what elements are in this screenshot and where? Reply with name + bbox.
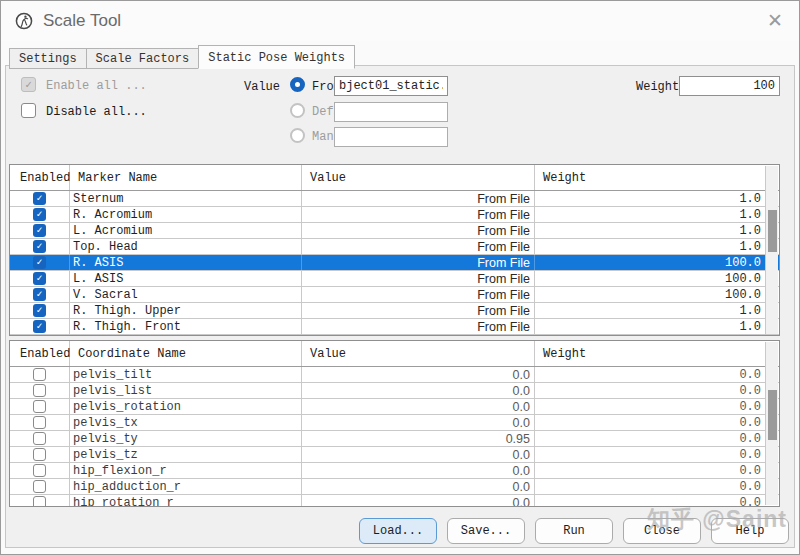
- row-enabled-checkbox[interactable]: [33, 480, 46, 493]
- name-cell: pelvis_tilt: [70, 367, 302, 382]
- table-row[interactable]: ✓SternumFrom File1.0: [10, 191, 779, 207]
- disable-all-label: Disable all...: [46, 105, 147, 119]
- table-row[interactable]: ✓L. ASISFrom File100.0: [10, 271, 779, 287]
- scrollbar-thumb[interactable]: [768, 390, 777, 440]
- disable-all-checkbox[interactable]: [21, 103, 36, 118]
- value-cell: From File: [302, 239, 535, 254]
- coordinate-table-scrollbar[interactable]: [765, 342, 778, 505]
- table-row[interactable]: ✓R. Thigh. UpperFrom File1.0: [10, 303, 779, 319]
- column-header-enabled: Enabled: [10, 341, 70, 366]
- table-row[interactable]: pelvis_ty0.950.0: [10, 431, 779, 447]
- manual-value-radio[interactable]: [290, 128, 305, 143]
- row-enabled-checkbox[interactable]: ✓: [33, 256, 46, 269]
- weight-cell: 0.0: [535, 479, 779, 494]
- name-cell: pelvis_ty: [70, 431, 302, 446]
- weight-cell: 1.0: [535, 303, 779, 318]
- table-row[interactable]: ✓V. SacralFrom File100.0: [10, 287, 779, 303]
- default-value-input[interactable]: [334, 102, 448, 122]
- row-enabled-checkbox[interactable]: ✓: [33, 320, 46, 333]
- close-icon[interactable]: ✕: [767, 9, 783, 32]
- weight-cell: 0.0: [535, 431, 779, 446]
- value-cell: From File: [302, 287, 535, 302]
- from-file-radio[interactable]: [290, 77, 305, 92]
- value-cell: 0.0: [302, 495, 535, 507]
- tab-static-pose-weights[interactable]: Static Pose Weights: [198, 45, 355, 69]
- table-row[interactable]: pelvis_list0.00.0: [10, 383, 779, 399]
- enable-all-checkbox[interactable]: ✓: [21, 77, 36, 92]
- name-cell: Top. Head: [70, 239, 302, 254]
- scale-tool-dialog: Scale Tool ✕ SettingsScale FactorsStatic…: [0, 0, 800, 555]
- name-cell: pelvis_tx: [70, 415, 302, 430]
- weight-cell: 0.0: [535, 415, 779, 430]
- value-cell: 0.0: [302, 479, 535, 494]
- value-label: Value: [244, 80, 280, 94]
- static-pose-file-input[interactable]: [334, 76, 448, 96]
- default-value-radio[interactable]: [290, 103, 305, 118]
- row-enabled-checkbox[interactable]: [33, 384, 46, 397]
- weight-cell: 1.0: [535, 191, 779, 206]
- row-enabled-checkbox[interactable]: ✓: [33, 288, 46, 301]
- row-enabled-checkbox[interactable]: [33, 432, 46, 445]
- marker-table-scrollbar[interactable]: [765, 166, 778, 334]
- table-row[interactable]: ✓L. AcromiumFrom File1.0: [10, 223, 779, 239]
- table-row[interactable]: ✓R. ASISFrom File100.0: [10, 255, 779, 271]
- row-enabled-checkbox[interactable]: [33, 496, 46, 507]
- tab-settings[interactable]: Settings: [9, 48, 87, 69]
- marker-weights-table: EnabledMarker NameValueWeight ✓SternumFr…: [9, 164, 780, 336]
- name-cell: R. Thigh. Upper: [70, 303, 302, 318]
- table-row[interactable]: hip_adduction_r0.00.0: [10, 479, 779, 495]
- table-row[interactable]: ✓Top. HeadFrom File1.0: [10, 239, 779, 255]
- tab-panel: ✓ Enable all ... Disable all... Value Fr…: [5, 65, 795, 548]
- table-row[interactable]: ✓R. Thigh. FrontFrom File1.0: [10, 319, 779, 335]
- row-enabled-checkbox[interactable]: ✓: [33, 224, 46, 237]
- row-enabled-checkbox[interactable]: [33, 400, 46, 413]
- table-row[interactable]: hip_flexion_r0.00.0: [10, 463, 779, 479]
- column-header-value: Value: [302, 165, 535, 190]
- coordinate-table-body: pelvis_tilt0.00.0pelvis_list0.00.0pelvis…: [10, 367, 779, 507]
- page-title: Scale Tool: [43, 11, 121, 31]
- tab-scale-factors[interactable]: Scale Factors: [86, 48, 200, 69]
- marker-table-body: ✓SternumFrom File1.0✓R. AcromiumFrom Fil…: [10, 191, 779, 335]
- value-cell: From File: [302, 271, 535, 286]
- value-cell: 0.0: [302, 383, 535, 398]
- coordinate-table-header: EnabledCoordinate NameValueWeight: [10, 341, 779, 367]
- value-cell: From File: [302, 223, 535, 238]
- weight-cell: 100.0: [535, 255, 779, 270]
- row-enabled-checkbox[interactable]: ✓: [33, 240, 46, 253]
- weight-input[interactable]: [679, 76, 780, 96]
- name-cell: Sternum: [70, 191, 302, 206]
- watermark: 知乎 @Saint: [647, 504, 787, 535]
- value-cell: From File: [302, 191, 535, 206]
- run-button[interactable]: Run: [535, 518, 613, 544]
- value-cell: From File: [302, 207, 535, 222]
- row-enabled-checkbox[interactable]: [33, 464, 46, 477]
- load-button[interactable]: Load...: [359, 518, 437, 544]
- weight-cell: 100.0: [535, 287, 779, 302]
- weight-cell: 0.0: [535, 463, 779, 478]
- manual-value-input[interactable]: [334, 127, 448, 147]
- column-header-value: Value: [302, 341, 535, 366]
- enable-all-label: Enable all ...: [46, 79, 147, 93]
- coordinate-weights-table: EnabledCoordinate NameValueWeight pelvis…: [9, 340, 780, 507]
- row-enabled-checkbox[interactable]: ✓: [33, 192, 46, 205]
- weight-cell: 0.0: [535, 399, 779, 414]
- row-enabled-checkbox[interactable]: ✓: [33, 208, 46, 221]
- row-enabled-checkbox[interactable]: [33, 448, 46, 461]
- row-enabled-checkbox[interactable]: ✓: [33, 272, 46, 285]
- weight-cell: 0.0: [535, 447, 779, 462]
- column-header-enabled: Enabled: [10, 165, 70, 190]
- table-row[interactable]: pelvis_tilt0.00.0: [10, 367, 779, 383]
- column-header-marker-name: Marker Name: [70, 165, 302, 190]
- value-cell: 0.0: [302, 447, 535, 462]
- save-button[interactable]: Save...: [447, 518, 525, 544]
- row-enabled-checkbox[interactable]: [33, 416, 46, 429]
- table-row[interactable]: pelvis_tz0.00.0: [10, 447, 779, 463]
- scrollbar-thumb[interactable]: [768, 210, 777, 252]
- row-enabled-checkbox[interactable]: [33, 368, 46, 381]
- table-row[interactable]: pelvis_tx0.00.0: [10, 415, 779, 431]
- table-row[interactable]: ✓R. AcromiumFrom File1.0: [10, 207, 779, 223]
- row-enabled-checkbox[interactable]: ✓: [33, 304, 46, 317]
- name-cell: R. ASIS: [70, 255, 302, 270]
- table-row[interactable]: pelvis_rotation0.00.0: [10, 399, 779, 415]
- name-cell: hip_flexion_r: [70, 463, 302, 478]
